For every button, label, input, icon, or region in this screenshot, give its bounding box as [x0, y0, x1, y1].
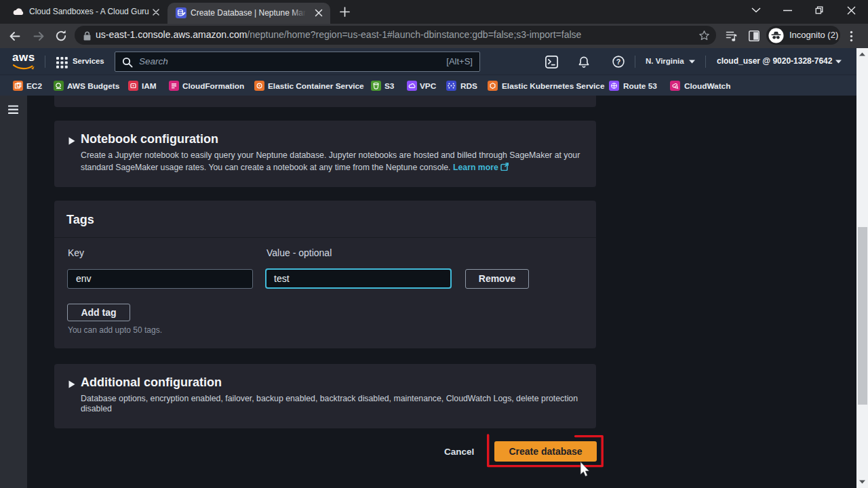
svg-text:?: ?	[616, 58, 620, 66]
